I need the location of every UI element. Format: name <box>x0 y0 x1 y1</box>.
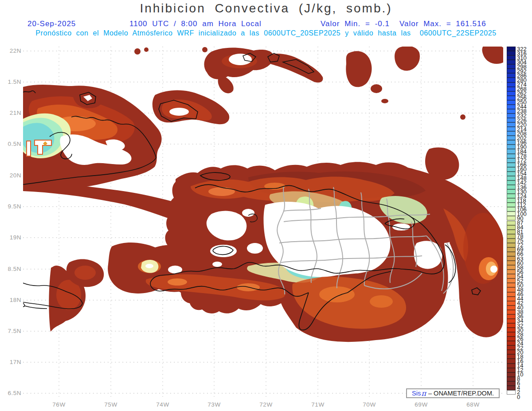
lat-tick-label: 7.5N <box>0 328 21 334</box>
field-jamaica <box>17 259 104 332</box>
map-canvas <box>0 0 532 411</box>
lat-tick-label: 18N <box>0 297 21 303</box>
colorbar-box <box>507 216 516 220</box>
colorbar-box <box>507 100 516 105</box>
colorbar-box <box>507 154 516 158</box>
colorbar-box <box>507 234 516 239</box>
colorbar-box <box>507 47 516 51</box>
lat-tick-label: 8.5N <box>0 266 21 272</box>
lon-tick-label: 74W <box>153 401 172 408</box>
lat-tick-label: 22N <box>0 47 21 54</box>
lat-tick-label: 9.5N <box>0 203 21 210</box>
colorbar-box <box>507 323 516 328</box>
colorbar-box <box>507 381 516 386</box>
colorbar-box <box>507 136 516 140</box>
colorbar-tick-label: 0 <box>517 394 520 400</box>
colorbar-box <box>507 198 516 203</box>
colorbar-box <box>507 287 516 292</box>
weather-map-page: Inhibicion Convectiva (J/kg, somb.) 20-S… <box>0 0 532 411</box>
lat-tick-label: 1.5N <box>0 78 21 85</box>
colorbar-box <box>507 78 516 82</box>
colorbar-box <box>507 176 516 180</box>
colorbar-box <box>507 274 516 278</box>
colorbar-box <box>507 122 516 127</box>
credit-badge: Sisπ – ONAMET/REP.DOM. <box>406 388 500 398</box>
lat-tick-label: 6.5N <box>0 390 21 396</box>
colorbar-box <box>507 345 516 350</box>
cin-field <box>17 44 508 342</box>
colorbar-box <box>507 283 516 287</box>
colorbar-box <box>507 180 516 185</box>
colorbar-box <box>507 118 516 122</box>
colorbar-box <box>507 265 516 270</box>
colorbar-box <box>507 247 516 252</box>
colorbar-box <box>507 64 516 69</box>
colorbar-box <box>507 301 516 305</box>
colorbar-box <box>507 82 516 87</box>
colorbar-box <box>507 292 516 297</box>
credit-text: – ONAMET/REP.DOM. <box>426 390 494 397</box>
lat-tick-label: 19N <box>0 234 21 241</box>
colorbar-box <box>507 91 516 96</box>
colorbar-box <box>507 341 516 345</box>
colorbar: 3223163103042982922862802742682622562502… <box>507 47 532 399</box>
colorbar-box <box>507 127 516 131</box>
colorbar-box <box>507 225 516 230</box>
lon-tick-label: 71W <box>308 401 328 408</box>
lat-tick-label: 20N <box>0 172 21 179</box>
pi-icon: π <box>421 389 426 398</box>
colorbar-box <box>507 337 516 341</box>
colorbar-box <box>507 105 516 109</box>
colorbar-box <box>507 158 516 163</box>
lon-tick-label: 75W <box>101 401 121 408</box>
colorbar-box <box>507 252 516 256</box>
colorbar-box <box>507 314 516 319</box>
colorbar-box <box>507 350 516 354</box>
colorbar-box <box>507 354 516 359</box>
colorbar-box <box>507 243 516 247</box>
colorbar-box <box>507 203 516 207</box>
colorbar-box <box>507 239 516 243</box>
colorbar-box <box>507 96 516 100</box>
lon-tick-label: 72W <box>256 401 276 408</box>
colorbar-box <box>507 149 516 153</box>
lon-tick-label: 76W <box>49 401 69 408</box>
colorbar-box <box>507 261 516 265</box>
colorbar-box <box>507 140 516 145</box>
colorbar-box <box>507 332 516 337</box>
colorbar-box <box>507 109 516 114</box>
colorbar-box <box>507 386 516 390</box>
colorbar-box <box>507 51 516 55</box>
lon-tick-label: 73W <box>204 401 224 408</box>
colorbar-box <box>507 172 516 176</box>
colorbar-box <box>507 60 516 64</box>
colorbar-box <box>507 390 516 395</box>
colorbar-box <box>507 69 516 73</box>
colorbar-box <box>507 194 516 198</box>
colorbar-box <box>507 359 516 363</box>
colorbar-box <box>507 305 516 310</box>
colorbar-box <box>507 372 516 377</box>
colorbar-box <box>507 230 516 234</box>
lon-tick-label: 68W <box>463 401 483 408</box>
lon-tick-label: 70W <box>360 401 379 408</box>
colorbar-box <box>507 207 516 211</box>
colorbar-box <box>507 87 516 91</box>
colorbar-box <box>507 256 516 261</box>
colorbar-box <box>507 114 516 118</box>
colorbar-box <box>507 185 516 189</box>
colorbar-box <box>507 377 516 381</box>
colorbar-box <box>507 211 516 216</box>
colorbar-box <box>507 221 516 225</box>
colorbar-box <box>507 131 516 136</box>
sispi-logo: Sis <box>412 390 421 397</box>
colorbar-box <box>507 55 516 60</box>
colorbar-box <box>507 73 516 78</box>
colorbar-box <box>507 163 516 167</box>
lat-tick-label: 17N <box>0 359 21 365</box>
colorbar-box <box>507 328 516 332</box>
colorbar-box <box>507 310 516 314</box>
colorbar-box <box>507 368 516 372</box>
colorbar-box <box>507 189 516 194</box>
colorbar-box <box>507 319 516 323</box>
